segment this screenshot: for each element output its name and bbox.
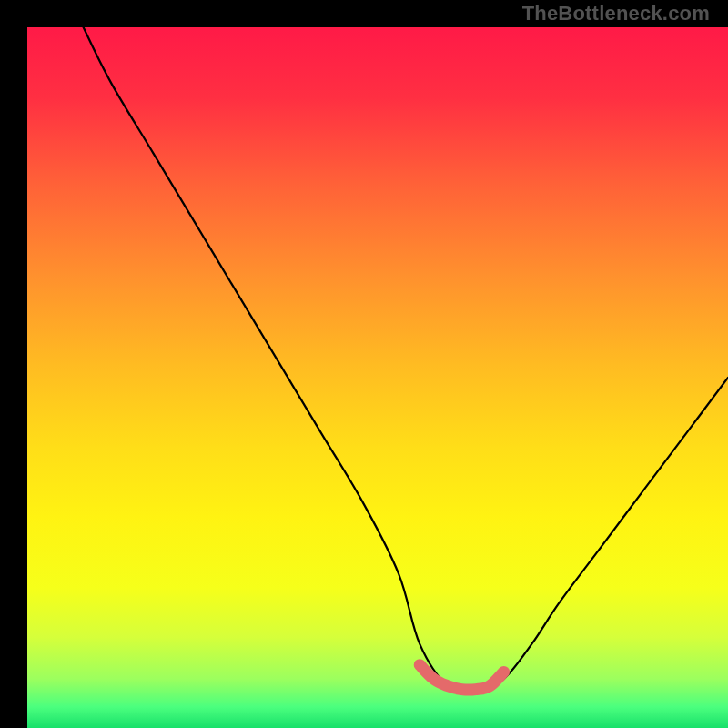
gradient-background (27, 27, 728, 728)
chart-frame (14, 14, 714, 714)
bottleneck-chart (27, 27, 728, 728)
watermark-text: TheBottleneck.com (522, 2, 710, 25)
